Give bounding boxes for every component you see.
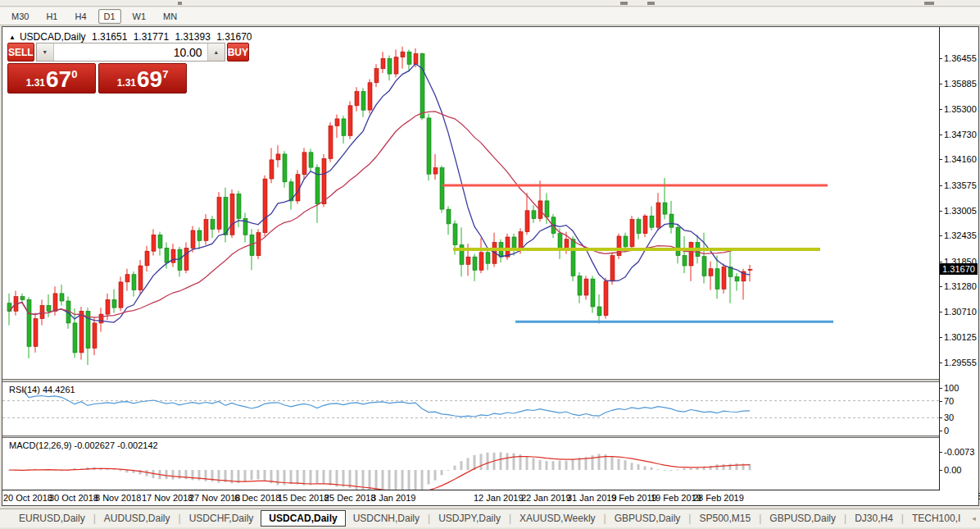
- date-axis-label: 25 Dec 2018: [324, 493, 375, 503]
- price-axis-label: 1.36455: [944, 53, 977, 63]
- tab-separator: |: [901, 513, 904, 524]
- axis-tick: [940, 185, 942, 186]
- date-axis-label: 20 Oct 2018: [3, 493, 52, 503]
- buy-price-button[interactable]: 1.31 69 7: [98, 63, 187, 93]
- macd-axis-label: 0.00: [944, 465, 961, 475]
- date-axis-label: 15 Dec 2018: [278, 493, 329, 503]
- price-axis-label: 1.34730: [944, 130, 977, 139]
- price-axis-label: 1.34160: [944, 154, 977, 164]
- date-axis-label: 31 Jan 2019: [567, 493, 617, 503]
- axis-tick: [940, 135, 942, 135]
- rsi-chart[interactable]: [2, 382, 939, 436]
- timeframe-button-h4[interactable]: H4: [69, 9, 92, 24]
- tab-usdcnh-daily[interactable]: USDCNH,Daily: [346, 510, 427, 527]
- date-axis-label: 28 Feb 2019: [693, 493, 744, 503]
- tab-usdcad-daily[interactable]: USDCAD,Daily: [261, 510, 345, 527]
- timeframe-button-d1[interactable]: D1: [98, 9, 121, 24]
- axis-tick: [940, 401, 942, 402]
- quote-close: 1.31670: [216, 31, 252, 43]
- tab-separator: |: [509, 513, 511, 524]
- timeframe-button-h1[interactable]: H1: [40, 9, 63, 24]
- tab-audusd-daily[interactable]: AUDUSD,Daily: [97, 510, 178, 527]
- tab-separator: |: [759, 513, 761, 524]
- tab-dj30-h4[interactable]: DJ30,H4: [847, 510, 901, 527]
- timeframe-button-m30[interactable]: M30: [6, 9, 34, 24]
- tab-usdchf-daily[interactable]: USDCHF,Daily: [182, 510, 261, 527]
- tab-gbpusd-daily[interactable]: GBPUSD,Daily: [762, 510, 843, 527]
- current-price-tag: 1.31670: [940, 263, 978, 275]
- date-axis-label: 6 Dec 2018: [234, 493, 280, 503]
- tab-separator: |: [93, 513, 96, 524]
- quote-high: 1.31771: [134, 31, 169, 43]
- date-axis-label: 8 Nov 2018: [95, 493, 141, 503]
- price-axis-label: 1.32435: [944, 230, 977, 240]
- price-axis-label: 1.33005: [944, 206, 977, 216]
- buy-price-pip: 7: [162, 68, 168, 80]
- tab-separator: |: [604, 513, 606, 524]
- buy-button[interactable]: BUY: [227, 43, 249, 62]
- quote-low: 1.31393: [175, 31, 210, 43]
- price-axis-label: 1.35300: [944, 104, 977, 114]
- volume-decrease-button[interactable]: ▾: [37, 43, 54, 61]
- tab-scroll-left-icon[interactable]: ◂: [968, 513, 980, 524]
- sell-price-big: 67: [46, 68, 71, 91]
- axis-tick: [940, 84, 942, 84]
- tab-separator: |: [179, 513, 181, 524]
- price-axis-label: 1.29555: [944, 358, 977, 367]
- axis-tick: [940, 235, 942, 236]
- axis-tick: [940, 286, 942, 287]
- symbol-tab-bar: EURUSD,Daily|AUDUSD,Daily|USDCHF,DailyUS…: [0, 508, 980, 527]
- timeframe-button-mn[interactable]: MN: [157, 9, 183, 24]
- tab-xauusd-weekly[interactable]: XAUUSD,Weekly: [512, 510, 602, 527]
- date-axis-label: 30 Oct 2018: [49, 493, 98, 503]
- chart-bottom-border: [2, 490, 978, 490]
- tab-separator: |: [428, 513, 430, 524]
- axis-tick: [940, 337, 942, 338]
- price-axis-label: 1.33575: [944, 180, 977, 190]
- axis-tick: [940, 431, 942, 431]
- tab-tech100-i[interactable]: TECH100,I: [905, 510, 968, 527]
- date-axis-label: 27 Nov 2018: [189, 493, 240, 503]
- axis-tick: [940, 363, 942, 363]
- axis-tick: [940, 417, 942, 418]
- rsi-axis-label: 100: [944, 383, 959, 393]
- volume-input[interactable]: [54, 43, 207, 61]
- date-axis-label: 3 Jan 2019: [371, 493, 415, 503]
- toolbar-fragment-icon: [647, 2, 655, 5]
- tab-separator: |: [688, 513, 691, 524]
- axis-tick: [940, 470, 942, 471]
- timeframe-toolbar: M30H1H4D1W1MN: [0, 7, 980, 25]
- cropped-toolbar-strip: [0, 0, 980, 7]
- axis-tick: [940, 58, 942, 59]
- rsi-axis-label: 30: [944, 413, 954, 422]
- tab-separator: |: [844, 513, 846, 524]
- timeframe-button-w1[interactable]: W1: [127, 9, 152, 24]
- date-axis[interactable]: 20 Oct 201830 Oct 20188 Nov 201817 Nov 2…: [2, 491, 978, 505]
- sell-price-prefix: 1.31: [26, 77, 45, 89]
- axis-tick: [940, 159, 942, 160]
- chart-window: ▲USDCAD,Daily 1.31651 1.31771 1.31393 1.…: [2, 26, 979, 506]
- axis-tick: [940, 262, 942, 262]
- collapse-trade-panel-icon[interactable]: ▲: [9, 34, 16, 41]
- tab-usdjpy-daily[interactable]: USDJPY,Daily: [431, 510, 508, 527]
- axis-tick: [940, 211, 942, 212]
- price-axis-label: 1.30125: [944, 332, 977, 342]
- one-click-trade-panel: SELL ▾ ▴ BUY 1.31 67 0 1.31 69 7: [7, 43, 188, 93]
- macd-indicator-label: MACD(12,26,9) -0.002627 -0.002142: [9, 440, 158, 450]
- axis-tick: [940, 388, 942, 389]
- volume-stepper: ▾ ▴: [36, 43, 225, 62]
- buy-price-big: 69: [137, 68, 162, 91]
- price-axis-label: 1.30710: [944, 307, 977, 317]
- rsi-indicator-label: RSI(14) 44.4261: [9, 385, 75, 394]
- sell-price-pip: 0: [71, 68, 77, 80]
- tab-sp500-m15[interactable]: SP500,M15: [692, 510, 758, 527]
- sell-button[interactable]: SELL: [7, 43, 34, 62]
- tab-scroll-controls: ◂▸: [968, 513, 980, 524]
- tab-eurusd-daily[interactable]: EURUSD,Daily: [11, 510, 93, 527]
- date-axis-label: 12 Jan 2019: [474, 493, 524, 503]
- volume-increase-button[interactable]: ▴: [207, 43, 225, 61]
- tab-gbpusd-daily[interactable]: GBPUSD,Daily: [607, 510, 688, 527]
- sell-price-button[interactable]: 1.31 67 0: [7, 63, 96, 93]
- axis-tick: [940, 109, 942, 110]
- price-axis[interactable]: 1.364551.358851.353001.347301.341601.335…: [940, 27, 978, 505]
